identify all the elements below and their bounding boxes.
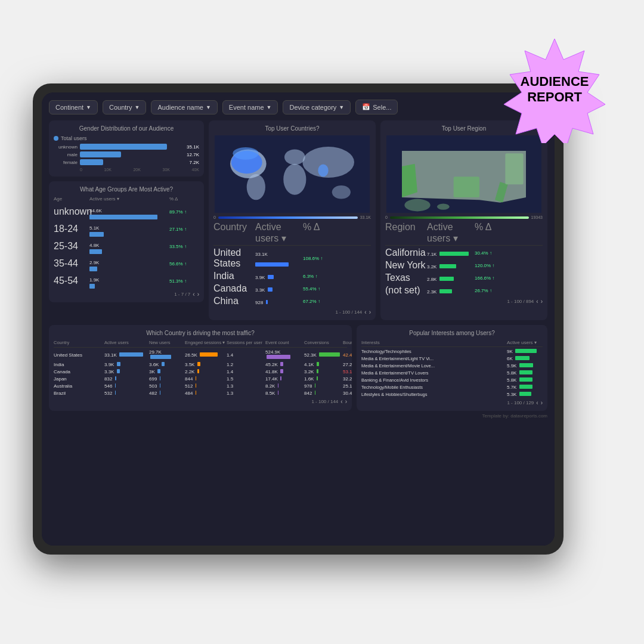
region-table-row: California 7.1K 30.4% ↑	[385, 247, 543, 258]
region-range-bar-row: 0 19343	[385, 215, 543, 219]
country-filter[interactable]: Country ▼	[103, 100, 146, 114]
traffic-table-header: Country Active users New users Engaged s…	[54, 340, 347, 348]
traffic-table-row: Australia 546 503 512 1.3 8.2K 978 25.15…	[54, 383, 347, 389]
interest-row: Technology/Mobile Enthusiasts 5.7K	[361, 385, 543, 390]
country-bar	[268, 275, 274, 279]
age-chart-title: What Age Groups Are Most Active?	[54, 186, 199, 193]
left-column: Gender Distribution of our Audience Tota…	[49, 120, 204, 320]
legend-label-total: Total users	[61, 135, 87, 141]
age-bar	[89, 267, 97, 271]
gender-bars: unknown 35.1K male 12.7K female 7.2K	[54, 144, 199, 165]
svg-point-7	[332, 185, 351, 199]
age-bar	[89, 232, 104, 237]
region-table-row: Texas 2.8K 166.6% ↑	[385, 273, 543, 283]
interest-bar	[519, 370, 532, 374]
gender-distribution-card: Gender Distribution of our Audience Tota…	[49, 120, 204, 177]
interests-title: Popular Interests among Users?	[361, 330, 543, 336]
top-countries-card: Top User Countries?	[209, 120, 376, 320]
age-table-row: 25-34 4.8K 33.5% ↑	[54, 239, 199, 254]
age-table-row: 18-24 5.1K 27.1% ↑	[54, 221, 199, 237]
chevron-down-icon: ▼	[135, 104, 140, 110]
chevron-down-icon: ▼	[86, 104, 91, 110]
interest-bar	[515, 356, 530, 360]
traffic-table-row: Brazil 532 482 484 1.3 8.5K 842 30.46%	[54, 391, 347, 396]
legend-dot-total	[54, 136, 58, 141]
svg-point-14	[404, 199, 430, 212]
country-table-row: United States 33.1K 108.6% ↑	[213, 247, 371, 269]
age-table-row: 35-44 2.9K 56.6% ↑	[54, 256, 199, 271]
calendar-icon: 📅	[362, 103, 370, 111]
map-max-value: 33.1K	[360, 215, 371, 219]
region-prev-button[interactable]: ‹	[536, 298, 538, 305]
interests-prev-button[interactable]: ‹	[536, 400, 538, 406]
dashboard: Continent ▼ Country ▼ Audience name ▼ Ev…	[42, 92, 555, 546]
gender-chart-title: Gender Distribution of our Audience	[54, 125, 199, 132]
region-bar	[439, 264, 456, 268]
bar-value: 12.7K	[187, 152, 199, 157]
traffic-table-card: Which Country is driving the most traffi…	[49, 325, 352, 411]
date-range-picker[interactable]: 📅 Sele...	[355, 100, 398, 114]
country-pagination: 1 - 100 / 144 ‹ ›	[213, 309, 371, 315]
bottom-row: Which Country is driving the most traffi…	[49, 325, 547, 411]
traffic-table-row: United States 33.1K 29.7K 26.5K 1.4 524.…	[54, 349, 347, 360]
age-rows: unknown 34.6K 89.7% ↑ 18-24 5.1K 27.1% ↑…	[54, 204, 199, 289]
region-map-max-value: 19343	[531, 215, 543, 219]
region-bar	[439, 252, 469, 256]
age-groups-card: What Age Groups Are Most Active? Age Act…	[49, 181, 204, 302]
footer: Template by: datavreports.com	[49, 413, 547, 419]
tablet-frame: Continent ▼ Country ▼ Audience name ▼ Ev…	[33, 83, 564, 555]
interest-row: Media & Entertainment/TV Lovers 5.8K	[361, 370, 543, 376]
country-rows: United States 33.1K 108.6% ↑ India 3.9K …	[213, 247, 371, 306]
svg-point-9	[318, 165, 328, 177]
gender-bar-row: unknown 35.1K	[54, 144, 199, 150]
top-countries-title: Top User Countries?	[213, 125, 371, 132]
interest-row: Media & Entertainment/Light TV Vi... 6K	[361, 356, 543, 361]
region-bar	[439, 277, 454, 281]
traffic-prev-button[interactable]: ‹	[340, 398, 342, 405]
continent-filter[interactable]: Continent ▼	[49, 100, 98, 114]
device-category-filter[interactable]: Device category ▼	[283, 100, 351, 114]
country-bar	[266, 300, 268, 304]
bar-fill	[80, 151, 121, 157]
next-page-button[interactable]: ›	[197, 291, 199, 298]
bar-label: female	[54, 160, 78, 165]
bar-track	[80, 159, 185, 165]
traffic-next-button[interactable]: ›	[345, 398, 347, 405]
bar-track	[80, 144, 182, 150]
badge-text: AUDIENCE REPORT	[521, 74, 589, 106]
interest-row: Media & Entertainment/Movie Love... 5.9K	[361, 363, 543, 369]
traffic-pagination: 1 - 100 / 144 ‹ ›	[54, 398, 347, 405]
color-scale-bar	[218, 216, 358, 219]
audience-name-filter[interactable]: Audience name ▼	[151, 100, 217, 114]
country-next-button[interactable]: ›	[369, 309, 371, 315]
country-table-row: India 3.9K 6.3% ↑	[213, 271, 371, 281]
world-map-svg	[213, 135, 371, 213]
age-bar	[89, 215, 157, 219]
bar-label: male	[54, 152, 78, 157]
interest-bar	[519, 363, 533, 367]
interest-row: Lifestyles & Hobbies/Shutterbugs 5.3K	[361, 392, 543, 397]
interest-rows: Technology/Technophiles 9K Media & Enter…	[361, 349, 543, 397]
bar-track	[80, 151, 182, 157]
traffic-table-row: India 3.9K 3.6K 3.5K 1.2 45.2K 4.1K 27.2…	[54, 362, 347, 367]
top-region-card: Top User Region	[380, 120, 547, 320]
svg-point-3	[247, 174, 265, 200]
audience-report-badge: AUDIENCE REPORT	[501, 36, 608, 143]
svg-point-10	[233, 147, 258, 160]
bar-fill	[80, 159, 103, 165]
country-prev-button[interactable]: ‹	[364, 309, 366, 315]
chevron-down-icon: ▼	[267, 104, 272, 110]
traffic-table-row: Japan 832 699 844 1.5 17.4K 1.6K 32.21%	[54, 376, 347, 382]
event-name-filter[interactable]: Event name ▼	[222, 100, 278, 114]
traffic-table-row: Canada 3.3K 3K 2.2K 1.4 41.8K 3.2K 53.11…	[54, 369, 347, 374]
chevron-down-icon: ▼	[206, 104, 211, 110]
svg-point-5	[283, 164, 306, 195]
interests-header: Interests Active users ▾	[361, 340, 543, 347]
prev-page-button[interactable]: ‹	[193, 291, 194, 298]
age-table-row: 45-54 1.9K 51.3% ↑	[54, 273, 199, 289]
region-next-button[interactable]: ›	[541, 298, 543, 305]
region-bar	[439, 289, 452, 293]
country-table-header: Country Active users ▾ % Δ	[213, 222, 371, 246]
interests-next-button[interactable]: ›	[541, 400, 543, 406]
region-table-row: (not set) 2.3K 26.7% ↑	[385, 285, 543, 296]
